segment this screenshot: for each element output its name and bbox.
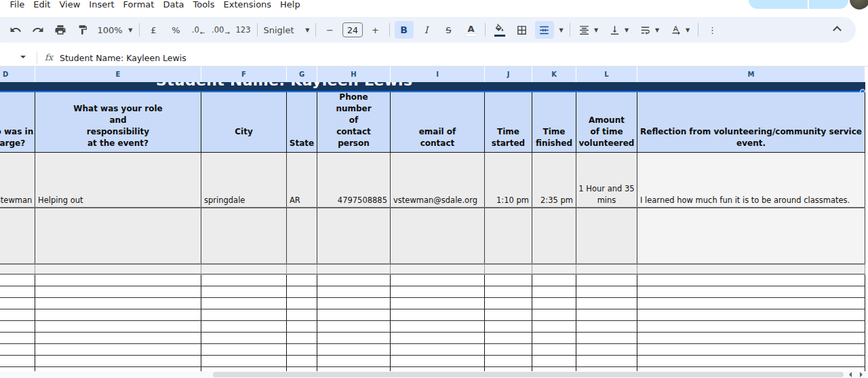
font-size-input[interactable]: 24 bbox=[342, 22, 363, 37]
empty-cell[interactable] bbox=[391, 356, 485, 366]
empty-cell[interactable] bbox=[317, 286, 391, 297]
empty-cell[interactable] bbox=[317, 321, 391, 332]
empty-cell[interactable] bbox=[317, 298, 391, 309]
empty-cell[interactable] bbox=[576, 208, 637, 263]
empty-cell[interactable] bbox=[201, 321, 287, 332]
empty-cell[interactable] bbox=[287, 344, 317, 355]
cell-time-started[interactable]: 1:10 pm bbox=[485, 153, 532, 207]
empty-cell[interactable] bbox=[637, 265, 865, 273]
print-button[interactable] bbox=[51, 21, 70, 39]
column-header-J[interactable]: J bbox=[485, 67, 532, 82]
empty-cell[interactable] bbox=[576, 344, 637, 355]
empty-cell[interactable] bbox=[576, 321, 637, 332]
empty-cell[interactable] bbox=[35, 309, 201, 320]
header-cell-email[interactable]: email of contact bbox=[391, 92, 485, 152]
empty-cell[interactable] bbox=[317, 208, 391, 263]
header-cell-role[interactable]: What was your role and responsibility at… bbox=[35, 92, 201, 152]
cell-role[interactable]: Helping out bbox=[35, 153, 201, 207]
empty-cell[interactable] bbox=[317, 309, 391, 320]
empty-cell[interactable] bbox=[35, 356, 201, 366]
decrease-decimal-button[interactable]: .0← bbox=[189, 21, 208, 39]
cell-state[interactable]: AR bbox=[287, 153, 317, 207]
empty-cell[interactable] bbox=[0, 321, 35, 332]
empty-cell[interactable] bbox=[532, 298, 576, 309]
empty-cell[interactable] bbox=[391, 298, 485, 309]
menu-insert[interactable]: Insert bbox=[85, 0, 119, 10]
text-rotation-button[interactable]: ▼ bbox=[667, 21, 694, 39]
menu-view[interactable]: View bbox=[55, 0, 85, 10]
empty-cell[interactable] bbox=[0, 298, 35, 309]
empty-cell[interactable] bbox=[391, 321, 485, 332]
user-avatar[interactable] bbox=[850, 0, 868, 10]
empty-cell[interactable] bbox=[317, 356, 391, 366]
empty-cell[interactable] bbox=[576, 356, 637, 366]
strikethrough-button[interactable]: S bbox=[439, 21, 458, 39]
menu-file[interactable]: File bbox=[5, 0, 29, 10]
empty-cell[interactable] bbox=[287, 275, 317, 286]
menu-format[interactable]: Format bbox=[119, 0, 159, 10]
empty-cell[interactable] bbox=[317, 275, 391, 286]
empty-cell[interactable] bbox=[637, 298, 865, 309]
text-wrapping-button[interactable]: ▼ bbox=[636, 21, 663, 39]
empty-cell[interactable] bbox=[391, 208, 485, 263]
header-cell-state[interactable]: State bbox=[287, 92, 317, 152]
empty-cell[interactable] bbox=[485, 344, 532, 355]
empty-cell[interactable] bbox=[637, 275, 865, 286]
percent-format-button[interactable]: % bbox=[167, 21, 186, 39]
empty-cell[interactable] bbox=[287, 321, 317, 332]
empty-cell[interactable] bbox=[287, 309, 317, 320]
empty-cell[interactable] bbox=[485, 309, 532, 320]
empty-cell[interactable] bbox=[0, 344, 35, 355]
column-header-L[interactable]: L bbox=[576, 67, 637, 82]
menu-extensions[interactable]: Extensions bbox=[219, 0, 276, 10]
empty-cell[interactable] bbox=[35, 286, 201, 297]
italic-button[interactable]: I bbox=[417, 21, 436, 39]
empty-cell[interactable] bbox=[391, 344, 485, 355]
increase-font-size-button[interactable]: + bbox=[366, 21, 385, 39]
header-cell-amount-of-time[interactable]: Amount of time volunteered bbox=[576, 92, 637, 152]
empty-cell[interactable] bbox=[532, 265, 576, 273]
menu-tools[interactable]: Tools bbox=[189, 0, 219, 10]
empty-cell[interactable] bbox=[485, 356, 532, 366]
header-cell-who-was-in-charge[interactable]: Who was in charge? bbox=[0, 92, 35, 152]
cell-time-finished[interactable]: 2:35 pm bbox=[532, 153, 576, 207]
empty-cell[interactable] bbox=[0, 286, 35, 297]
formula-bar-value[interactable]: Student Name: Kayleen Lewis bbox=[60, 53, 186, 63]
increase-decimal-button[interactable]: .00→ bbox=[212, 21, 231, 39]
empty-cell[interactable] bbox=[0, 356, 35, 366]
redo-button[interactable] bbox=[28, 21, 47, 39]
cell-city[interactable]: springdale bbox=[201, 153, 287, 207]
column-header-K[interactable]: K bbox=[532, 67, 576, 82]
header-cell-phone[interactable]: Phone number of contact person bbox=[317, 92, 391, 152]
empty-cell[interactable] bbox=[532, 321, 576, 332]
empty-cell[interactable] bbox=[0, 309, 35, 320]
empty-cell[interactable] bbox=[485, 275, 532, 286]
empty-cell[interactable] bbox=[637, 344, 865, 355]
empty-cell[interactable] bbox=[637, 333, 865, 343]
merge-cells-button[interactable] bbox=[535, 21, 554, 39]
bold-button[interactable]: B bbox=[395, 21, 414, 39]
title-row[interactable]: Student Name: Kayleen Lewis bbox=[0, 82, 865, 91]
cell-reflection[interactable]: I learned how much fun it is to be aroun… bbox=[637, 153, 865, 207]
borders-button[interactable] bbox=[513, 21, 532, 39]
empty-cell[interactable] bbox=[576, 275, 637, 286]
empty-cell[interactable] bbox=[201, 344, 287, 355]
empty-cell[interactable] bbox=[35, 265, 201, 273]
column-header-E[interactable]: E bbox=[35, 67, 201, 82]
empty-cell[interactable] bbox=[0, 265, 35, 273]
cell-amount-of-time[interactable]: 1 Hour and 35 mins bbox=[576, 153, 637, 207]
cell-phone[interactable]: 4797508885 bbox=[317, 153, 391, 207]
empty-cell[interactable] bbox=[35, 321, 201, 332]
header-cell-time-finished[interactable]: Time finished bbox=[532, 92, 576, 152]
empty-cell[interactable] bbox=[485, 286, 532, 297]
menu-data[interactable]: Data bbox=[159, 0, 189, 10]
zoom-select[interactable]: 100%▼ bbox=[96, 21, 135, 39]
empty-cell[interactable] bbox=[201, 208, 287, 263]
empty-cell[interactable] bbox=[35, 208, 201, 263]
text-color-button[interactable]: A bbox=[462, 21, 481, 39]
empty-cell[interactable] bbox=[0, 208, 35, 263]
header-cell-city[interactable]: City bbox=[201, 92, 287, 152]
empty-cell[interactable] bbox=[576, 333, 637, 343]
scrollbar-thumb[interactable] bbox=[213, 372, 844, 377]
empty-cell[interactable] bbox=[485, 208, 532, 263]
